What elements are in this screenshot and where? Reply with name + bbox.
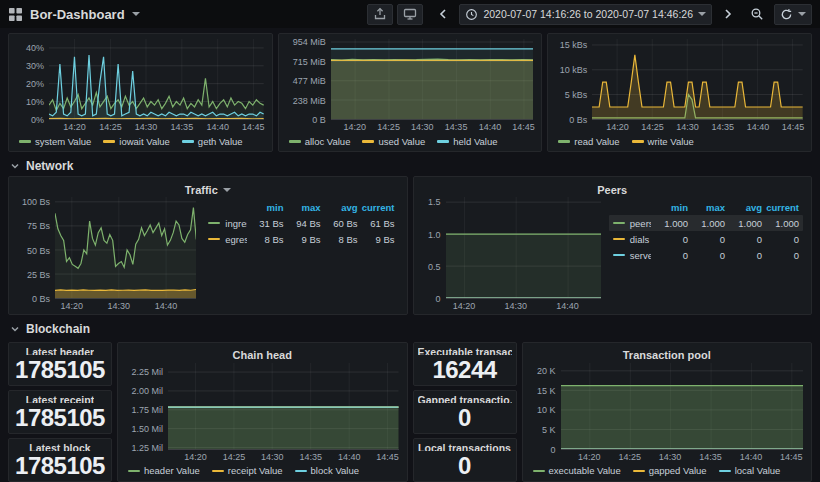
gapped-transactions-panel[interactable]: Gapped transactio... 0: [413, 390, 517, 434]
time-forward-button[interactable]: [716, 4, 740, 25]
legend-item[interactable]: alloc Value: [289, 136, 351, 147]
legend-item[interactable]: system Value: [19, 136, 91, 147]
x-tick-label: 14:45: [376, 452, 399, 462]
panel-menu-caret-icon[interactable]: [223, 188, 231, 192]
dashboard-title[interactable]: Bor-Dashboard: [30, 7, 125, 22]
legend-color-marker: [208, 222, 220, 225]
legend-item[interactable]: read Value: [558, 136, 619, 147]
x-tick-label: 14:20: [344, 122, 367, 132]
legend-column-max[interactable]: max: [688, 202, 725, 213]
plot-area[interactable]: [49, 39, 264, 120]
legend-item[interactable]: executable Value: [533, 465, 621, 476]
legend-color-marker: [613, 238, 625, 241]
refresh-button[interactable]: [774, 4, 812, 25]
x-tick-label: 14:40: [206, 122, 229, 132]
legend-column-min[interactable]: min: [651, 202, 688, 213]
time-range-picker[interactable]: 2020-07-07 14:16:26 to 2020-07-07 14:46:…: [459, 4, 712, 25]
legend-stat-value: 0: [725, 234, 762, 245]
legend-stat-value: 1.000: [762, 218, 799, 229]
x-tick-label: 14:45: [242, 122, 265, 132]
network-section-header[interactable]: Network: [8, 155, 812, 176]
legend-item[interactable]: header Value: [128, 465, 200, 476]
x-tick-label: 14:40: [338, 452, 361, 462]
latest-header-panel[interactable]: Latest header 1785105: [8, 342, 112, 386]
legend-item[interactable]: write Value: [632, 136, 694, 147]
legend-stat-value: 1.000: [725, 218, 762, 229]
chevron-down-icon: [10, 161, 20, 171]
legend-item[interactable]: held Value: [437, 136, 497, 147]
legend-column-min[interactable]: min: [247, 202, 284, 213]
x-tick-label: 14:35: [699, 452, 722, 462]
legend-item[interactable]: used Value: [362, 136, 425, 147]
x-tick-label: 14:20: [61, 301, 84, 311]
stat-title: Latest receipt: [26, 394, 94, 403]
legend-column-max[interactable]: max: [284, 202, 321, 213]
plot-area[interactable]: [168, 363, 399, 450]
legend-stat-value: 8 Bs: [247, 234, 284, 245]
legend-series-name[interactable]: dials Value: [613, 234, 651, 245]
x-tick-label: 14:25: [99, 122, 122, 132]
dashboard-title-caret-icon[interactable]: [132, 12, 140, 16]
y-tick-label: 5 K: [542, 425, 556, 435]
zoom-out-button[interactable]: [744, 4, 770, 25]
stat-value: 16244: [432, 358, 496, 382]
x-tick-label: 14:35: [299, 452, 322, 462]
legend-series-name[interactable]: ingress Value: [208, 218, 246, 229]
share-button[interactable]: [367, 4, 393, 25]
chart-body: 2.25 Mil2.00 Mil1.75 Mil1.50 Mil1.25 Mil: [126, 363, 399, 450]
top-navbar: Bor-Dashboard: [0, 0, 820, 28]
legend-color-marker: [212, 470, 224, 473]
x-tick-label: 14:20: [606, 122, 629, 132]
x-tick-label: 14:35: [711, 122, 734, 132]
y-tick-label: 10%: [26, 97, 44, 107]
legend-column-current[interactable]: current: [762, 202, 799, 213]
plot-area[interactable]: [55, 197, 196, 299]
legend-series-name: held Value: [453, 136, 497, 147]
legend-item[interactable]: local Value: [719, 465, 781, 476]
legend-series-name[interactable]: egress Value: [208, 234, 246, 245]
legend-color-marker: [182, 140, 194, 143]
latest-receipt-panel[interactable]: Latest receipt 1785105: [8, 390, 112, 434]
legend-series-name[interactable]: peers Value: [613, 218, 651, 229]
tv-kiosk-button[interactable]: [397, 4, 423, 25]
legend-color-marker: [633, 470, 645, 473]
plot-area[interactable]: [446, 197, 601, 299]
legend-column-avg[interactable]: avg: [321, 202, 358, 213]
dashboards-grid-icon[interactable]: [8, 7, 23, 22]
y-axis: 40%30%20%10%0%: [17, 39, 49, 120]
traffic-panel-title[interactable]: Traffic: [17, 182, 399, 197]
legend-item[interactable]: receipt Value: [212, 465, 283, 476]
legend-item[interactable]: iowait Value: [103, 136, 170, 147]
x-tick-label: 14:40: [747, 122, 770, 132]
legend-series-name: system Value: [35, 136, 91, 147]
transaction-pool-panel-title[interactable]: Transaction pool: [531, 348, 804, 363]
chain-head-panel-title[interactable]: Chain head: [126, 348, 399, 363]
legend-column-current[interactable]: current: [358, 202, 395, 213]
latest-block-panel[interactable]: Latest block 1785105: [8, 438, 112, 482]
peers-panel-title[interactable]: Peers: [422, 182, 804, 197]
plot-area[interactable]: [331, 39, 534, 120]
time-range-text: 2020-07-07 14:16:26 to 2020-07-07 14:46:…: [483, 8, 693, 20]
legend-column-avg[interactable]: avg: [725, 202, 762, 213]
legend-color-marker: [533, 470, 545, 473]
plot-area[interactable]: [561, 363, 804, 450]
y-tick-label: 10 K: [537, 405, 556, 415]
legend-color-marker: [19, 140, 31, 143]
time-back-button[interactable]: [431, 4, 455, 25]
y-tick-label: 0 B: [312, 115, 326, 125]
plot-area[interactable]: [592, 39, 803, 120]
legend-color-marker: [103, 140, 115, 143]
y-tick-label: 2.25 Mil: [131, 367, 163, 377]
legend-item[interactable]: gapped Value: [633, 465, 707, 476]
legend-item[interactable]: geth Value: [182, 136, 243, 147]
x-tick-label: 14:40: [155, 301, 178, 311]
legend-series-name[interactable]: serves Value: [613, 250, 651, 261]
local-transactions-panel[interactable]: Local transactions 0: [413, 438, 517, 482]
executable-transactions-panel[interactable]: Executable transac... 16244: [413, 342, 517, 386]
refresh-interval-caret-icon[interactable]: [798, 12, 806, 16]
legend-item[interactable]: block Value: [295, 465, 359, 476]
legend-color-marker: [558, 140, 570, 143]
y-tick-label: 0 Bs: [569, 115, 587, 125]
blockchain-section-header[interactable]: Blockchain: [8, 318, 812, 339]
legend-stat-value: 0: [651, 250, 688, 261]
